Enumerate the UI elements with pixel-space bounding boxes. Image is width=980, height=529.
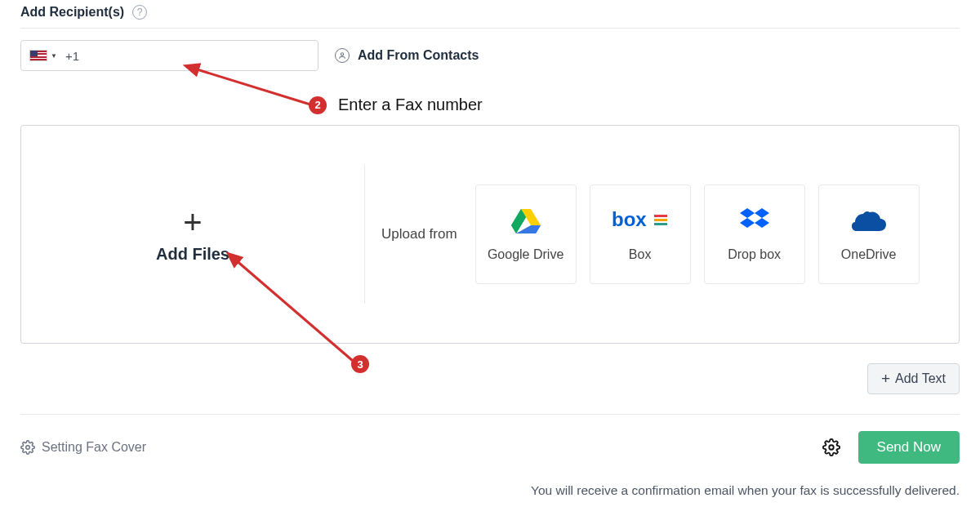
annotation-step-2: 2 Enter a Fax number <box>309 96 483 114</box>
google-drive-icon <box>511 207 541 234</box>
setting-fax-cover-label: Setting Fax Cover <box>42 440 146 455</box>
send-now-button[interactable]: Send Now <box>858 431 960 464</box>
add-from-contacts-button[interactable]: Add From Contacts <box>335 48 479 63</box>
fax-number-input[interactable]: ▼ +1 <box>20 40 318 71</box>
svg-rect-3 <box>654 215 667 217</box>
annotation-badge-3: 3 <box>351 355 369 373</box>
upload-from-label: Upload from <box>381 226 457 242</box>
svg-point-8 <box>829 445 834 450</box>
provider-label: OneDrive <box>841 247 897 262</box>
footer-row: Setting Fax Cover Send Now <box>20 431 960 464</box>
add-from-contacts-label: Add From Contacts <box>358 48 479 63</box>
provider-dropbox[interactable]: Drop box <box>704 184 805 284</box>
provider-onedrive[interactable]: OneDrive <box>818 184 920 284</box>
recipient-row: ▼ +1 Add From Contacts <box>20 40 960 71</box>
setting-fax-cover-button[interactable]: Setting Fax Cover <box>20 440 146 455</box>
footer-right-actions: Send Now <box>822 431 960 464</box>
country-prefix: +1 <box>65 49 79 63</box>
person-circle-icon <box>335 48 350 63</box>
annotation-step-3: 3 <box>351 355 369 373</box>
svg-rect-4 <box>654 219 667 221</box>
send-now-label: Send Now <box>877 439 941 456</box>
add-recipients-header: Add Recipient(s) ? <box>20 0 960 29</box>
flag-us-icon <box>29 50 47 61</box>
plus-icon: + <box>183 206 202 238</box>
upload-from-section: Upload from Google Drive box Box <box>365 184 959 284</box>
add-files-button[interactable]: + Add Files <box>21 206 364 264</box>
svg-line-1 <box>194 69 310 104</box>
annotation-label-2: Enter a Fax number <box>338 96 483 114</box>
svg-point-0 <box>341 53 343 56</box>
provider-label: Drop box <box>728 247 781 262</box>
box-icon: box <box>612 207 669 234</box>
onedrive-icon <box>852 207 886 234</box>
confirmation-text: You will receive a confirmation email wh… <box>20 483 960 498</box>
provider-list: Google Drive box Box Drop box <box>475 184 920 284</box>
annotation-badge-2: 2 <box>309 96 327 114</box>
add-files-label: Add Files <box>156 245 229 264</box>
provider-box[interactable]: box Box <box>590 184 691 284</box>
add-text-button[interactable]: + Add Text <box>867 363 960 394</box>
add-text-row: + Add Text <box>20 363 960 415</box>
provider-label: Box <box>629 247 652 262</box>
country-selector[interactable]: ▼ <box>29 50 57 61</box>
svg-rect-5 <box>654 223 667 225</box>
chevron-down-icon: ▼ <box>51 52 57 60</box>
svg-text:box: box <box>612 210 647 230</box>
help-icon[interactable]: ? <box>132 5 147 20</box>
settings-gear-icon[interactable] <box>822 438 840 456</box>
add-text-label: Add Text <box>895 371 946 386</box>
plus-icon: + <box>881 370 890 388</box>
dropbox-icon <box>740 207 769 234</box>
provider-label: Google Drive <box>488 247 564 262</box>
fax-number-field[interactable] <box>87 49 310 63</box>
section-title: Add Recipient(s) <box>20 5 124 20</box>
provider-google-drive[interactable]: Google Drive <box>475 184 577 284</box>
svg-point-7 <box>26 446 30 450</box>
upload-box: + Add Files Upload from Google Drive box <box>20 125 960 344</box>
gear-icon <box>20 440 35 455</box>
